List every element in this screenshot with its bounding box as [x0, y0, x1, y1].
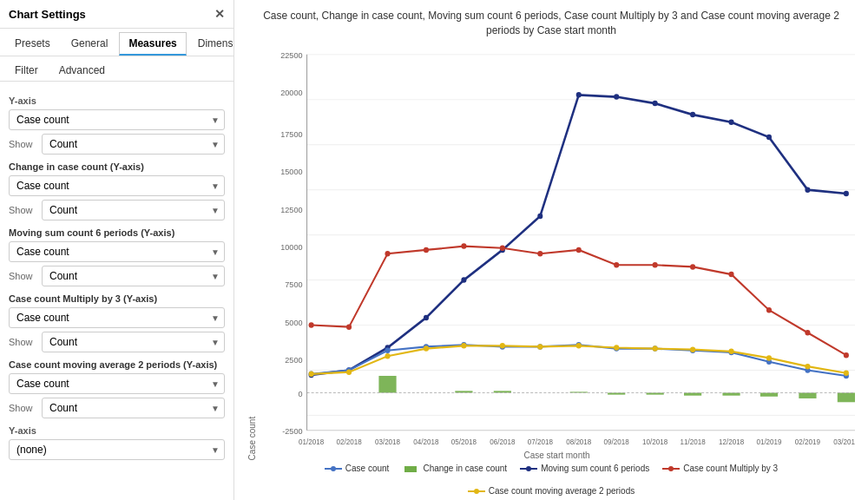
legend-moving-avg: Case count moving average 2 periods: [468, 486, 635, 496]
svg-point-67: [500, 245, 505, 250]
tab-presets[interactable]: Presets: [5, 32, 60, 56]
svg-text:01/2018: 01/2018: [299, 437, 324, 445]
section-moving-sum: Moving sum count 6 periods (Y-axis): [9, 227, 225, 238]
show-4-dropdown: Count ▼: [42, 332, 225, 352]
svg-text:02/2018: 02/2018: [336, 437, 361, 445]
svg-text:12500: 12500: [280, 204, 302, 214]
svg-text:12/2018: 12/2018: [719, 437, 744, 445]
show-3-dropdown: Count ▼: [42, 266, 225, 286]
yaxis-1-dropdown: Case count ▼: [9, 109, 225, 130]
svg-point-73: [729, 271, 734, 276]
svg-text:01/2019: 01/2019: [756, 437, 781, 445]
svg-point-60: [805, 187, 810, 192]
tab-advanced[interactable]: Advanced: [49, 60, 115, 81]
show-label-2: Show: [9, 205, 36, 215]
svg-point-70: [614, 262, 619, 267]
svg-point-76: [844, 352, 849, 358]
show-label-5: Show: [9, 403, 36, 413]
svg-point-110: [331, 466, 336, 471]
settings-panel: Chart Settings ✕ Presets General Measure…: [0, 0, 234, 500]
show-1-dropdown: Count ▼: [42, 134, 225, 155]
show-3-select[interactable]: Count: [42, 266, 225, 286]
svg-text:10000: 10000: [280, 241, 302, 251]
svg-point-54: [576, 92, 582, 97]
yaxis-2-select[interactable]: (none): [9, 439, 225, 460]
show-2-select[interactable]: Count: [42, 200, 225, 220]
moving-sum-select[interactable]: Case count: [9, 241, 225, 262]
svg-rect-43: [722, 392, 740, 395]
section-yaxis-2: Y-axis: [9, 425, 225, 436]
svg-rect-111: [404, 466, 417, 472]
svg-point-94: [385, 353, 390, 359]
svg-point-65: [424, 247, 429, 252]
section-moving-avg: Case count moving average 2 periods (Y-a…: [9, 359, 225, 370]
legend-case-count-label: Case count: [345, 464, 390, 473]
change-casecount-select[interactable]: Case count: [9, 175, 225, 196]
svg-point-59: [766, 134, 772, 139]
svg-text:02/2019: 02/2019: [795, 437, 820, 445]
svg-point-66: [461, 243, 466, 248]
svg-point-57: [690, 111, 695, 116]
svg-point-50: [424, 314, 429, 319]
show-4-select[interactable]: Count: [42, 332, 225, 352]
svg-text:7500: 7500: [285, 280, 302, 289]
svg-text:07/2018: 07/2018: [528, 437, 553, 445]
change-casecount-dropdown: Case count ▼: [9, 175, 225, 196]
yaxis-1-select[interactable]: Case count: [9, 109, 225, 130]
show-5-dropdown: Count ▼: [42, 398, 225, 418]
tab-dimensions[interactable]: Dimensions: [188, 32, 234, 56]
svg-point-99: [576, 343, 582, 348]
svg-text:03/2019: 03/2019: [833, 437, 855, 445]
svg-point-113: [526, 466, 531, 471]
svg-point-61: [844, 190, 849, 195]
legend-moving-avg-icon: [468, 487, 485, 496]
legend-multiply3: Case count Multiply by 3: [662, 464, 778, 473]
svg-text:04/2018: 04/2018: [413, 437, 438, 445]
svg-rect-46: [838, 392, 855, 402]
svg-point-68: [537, 251, 542, 256]
svg-rect-45: [799, 392, 816, 398]
svg-text:22500: 22500: [280, 49, 302, 59]
svg-point-75: [805, 330, 810, 335]
tab-general[interactable]: General: [62, 32, 118, 56]
svg-text:03/2018: 03/2018: [375, 437, 400, 445]
svg-point-53: [537, 213, 542, 218]
moving-avg-select[interactable]: Case count: [9, 373, 225, 394]
legend-multiply3-label: Case count Multiply by 3: [683, 464, 778, 473]
legend-change-icon: [402, 464, 419, 473]
svg-point-56: [653, 100, 658, 105]
moving-avg-dropdown: Case count ▼: [9, 373, 225, 394]
y-axis-label: Case count: [247, 45, 257, 460]
legend-multiply3-icon: [662, 464, 680, 473]
legend-moving-sum-label: Moving sum count 6 periods: [541, 464, 649, 473]
main-tabs: Presets General Measures Dimensions: [0, 29, 233, 56]
close-button[interactable]: ✕: [214, 7, 225, 21]
show-1-select[interactable]: Count: [42, 134, 225, 155]
chart-inner: 22500 20000 17500 15000 12500 10000 7500…: [259, 45, 855, 460]
svg-text:2500: 2500: [285, 354, 302, 364]
svg-rect-44: [760, 392, 778, 396]
svg-text:10/2018: 10/2018: [642, 437, 667, 445]
multiply3-select[interactable]: Case count: [9, 307, 225, 328]
svg-point-105: [805, 364, 810, 369]
chart-legend: Case count Change in case count Moving s…: [247, 464, 855, 496]
svg-text:15000: 15000: [280, 167, 302, 176]
svg-point-102: [690, 346, 695, 352]
svg-point-55: [614, 94, 619, 99]
svg-rect-42: [684, 392, 701, 395]
tab-measures[interactable]: Measures: [119, 32, 186, 56]
svg-text:20000: 20000: [280, 88, 302, 97]
svg-point-101: [653, 345, 658, 351]
legend-moving-sum-icon: [520, 464, 537, 473]
svg-point-71: [653, 262, 658, 267]
svg-point-62: [309, 322, 314, 327]
section-change-casecount: Change in case count (Y-axis): [9, 161, 225, 172]
show-2-dropdown: Count ▼: [42, 200, 225, 220]
legend-case-count: Case count: [325, 464, 390, 473]
svg-text:08/2018: 08/2018: [566, 437, 591, 445]
svg-point-63: [346, 324, 352, 329]
show-row-1: Show Count ▼: [9, 134, 225, 155]
tab-filter[interactable]: Filter: [5, 60, 48, 81]
svg-text:11/2018: 11/2018: [681, 437, 706, 445]
show-5-select[interactable]: Count: [42, 398, 225, 418]
